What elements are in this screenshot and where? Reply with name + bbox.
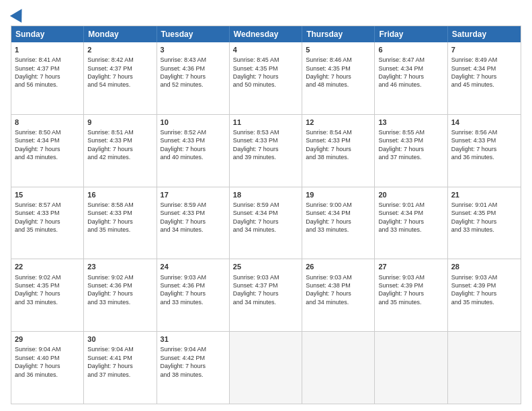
day-info: Sunrise: 9:01 AM Sunset: 4:35 PM Dayligh…	[451, 201, 498, 233]
calendar-day-2: 2Sunrise: 8:42 AM Sunset: 4:37 PM Daylig…	[84, 42, 157, 114]
calendar-day-6: 6Sunrise: 8:47 AM Sunset: 4:34 PM Daylig…	[375, 42, 447, 114]
calendar-day-16: 16Sunrise: 8:58 AM Sunset: 4:33 PM Dayli…	[84, 187, 157, 259]
day-number: 23	[87, 262, 152, 271]
day-info: Sunrise: 8:59 AM Sunset: 4:33 PM Dayligh…	[161, 201, 207, 233]
calendar-day-20: 20Sunrise: 9:01 AM Sunset: 4:34 PM Dayli…	[375, 187, 447, 259]
calendar-week-3: 15Sunrise: 8:57 AM Sunset: 4:33 PM Dayli…	[11, 187, 521, 259]
calendar-week-1: 1Sunrise: 8:41 AM Sunset: 4:37 PM Daylig…	[11, 42, 521, 114]
logo-triangle-icon	[10, 5, 28, 23]
calendar-day-30: 30Sunrise: 9:04 AM Sunset: 4:41 PM Dayli…	[84, 332, 157, 404]
day-info: Sunrise: 8:53 AM Sunset: 4:33 PM Dayligh…	[233, 129, 279, 161]
day-info: Sunrise: 8:55 AM Sunset: 4:33 PM Dayligh…	[378, 129, 425, 161]
day-info: Sunrise: 8:50 AM Sunset: 4:34 PM Dayligh…	[15, 129, 61, 161]
day-info: Sunrise: 9:03 AM Sunset: 4:39 PM Dayligh…	[451, 274, 498, 306]
day-number: 25	[233, 262, 298, 271]
day-number: 6	[378, 45, 443, 54]
day-info: Sunrise: 9:01 AM Sunset: 4:34 PM Dayligh…	[378, 201, 425, 233]
calendar-day-22: 22Sunrise: 9:02 AM Sunset: 4:35 PM Dayli…	[11, 259, 84, 331]
page: SundayMondayTuesdayWednesdayThursdayFrid…	[0, 0, 532, 411]
calendar-day-4: 4Sunrise: 8:45 AM Sunset: 4:35 PM Daylig…	[230, 42, 302, 114]
calendar-empty	[302, 332, 375, 404]
day-info: Sunrise: 8:59 AM Sunset: 4:34 PM Dayligh…	[233, 201, 279, 233]
calendar-day-3: 3Sunrise: 8:43 AM Sunset: 4:36 PM Daylig…	[157, 42, 230, 114]
day-number: 19	[306, 190, 371, 199]
day-info: Sunrise: 9:03 AM Sunset: 4:38 PM Dayligh…	[306, 274, 352, 306]
day-info: Sunrise: 8:46 AM Sunset: 4:35 PM Dayligh…	[306, 56, 352, 88]
calendar-header: SundayMondayTuesdayWednesdayThursdayFrid…	[11, 26, 521, 42]
day-number: 12	[306, 118, 371, 127]
day-info: Sunrise: 8:43 AM Sunset: 4:36 PM Dayligh…	[161, 56, 207, 88]
calendar-day-28: 28Sunrise: 9:03 AM Sunset: 4:39 PM Dayli…	[448, 259, 521, 331]
day-number: 13	[378, 118, 443, 127]
day-number: 15	[15, 190, 80, 199]
calendar-day-7: 7Sunrise: 8:49 AM Sunset: 4:34 PM Daylig…	[448, 42, 521, 114]
day-number: 22	[15, 262, 80, 271]
day-number: 29	[15, 334, 80, 344]
day-of-week-monday: Monday	[84, 26, 157, 42]
day-of-week-sunday: Sunday	[11, 26, 84, 42]
day-number: 10	[161, 118, 226, 127]
calendar-week-4: 22Sunrise: 9:02 AM Sunset: 4:35 PM Dayli…	[11, 259, 521, 331]
day-number: 3	[161, 45, 226, 54]
day-number: 18	[233, 190, 298, 199]
day-info: Sunrise: 9:03 AM Sunset: 4:37 PM Dayligh…	[233, 274, 279, 306]
day-info: Sunrise: 9:00 AM Sunset: 4:34 PM Dayligh…	[306, 201, 352, 233]
day-number: 27	[378, 262, 443, 271]
day-number: 14	[451, 118, 517, 127]
calendar-day-9: 9Sunrise: 8:51 AM Sunset: 4:33 PM Daylig…	[84, 115, 157, 187]
day-number: 1	[15, 45, 80, 54]
day-number: 16	[87, 190, 152, 199]
header	[11, 11, 521, 20]
calendar-day-13: 13Sunrise: 8:55 AM Sunset: 4:33 PM Dayli…	[375, 115, 447, 187]
day-info: Sunrise: 9:04 AM Sunset: 4:41 PM Dayligh…	[87, 346, 134, 377]
calendar-empty	[230, 332, 302, 404]
day-info: Sunrise: 8:47 AM Sunset: 4:34 PM Dayligh…	[378, 56, 425, 88]
calendar-week-2: 8Sunrise: 8:50 AM Sunset: 4:34 PM Daylig…	[11, 114, 521, 187]
calendar-day-1: 1Sunrise: 8:41 AM Sunset: 4:37 PM Daylig…	[11, 42, 84, 114]
day-info: Sunrise: 9:04 AM Sunset: 4:42 PM Dayligh…	[161, 346, 207, 377]
logo	[11, 11, 26, 20]
day-info: Sunrise: 9:03 AM Sunset: 4:36 PM Dayligh…	[161, 274, 207, 306]
calendar-body: 1Sunrise: 8:41 AM Sunset: 4:37 PM Daylig…	[11, 42, 521, 404]
day-info: Sunrise: 8:58 AM Sunset: 4:33 PM Dayligh…	[87, 201, 134, 233]
day-info: Sunrise: 9:03 AM Sunset: 4:39 PM Dayligh…	[378, 274, 425, 306]
calendar-week-5: 29Sunrise: 9:04 AM Sunset: 4:40 PM Dayli…	[11, 331, 521, 404]
calendar-day-10: 10Sunrise: 8:52 AM Sunset: 4:33 PM Dayli…	[157, 115, 230, 187]
calendar-day-11: 11Sunrise: 8:53 AM Sunset: 4:33 PM Dayli…	[230, 115, 302, 187]
calendar-day-19: 19Sunrise: 9:00 AM Sunset: 4:34 PM Dayli…	[302, 187, 375, 259]
calendar: SundayMondayTuesdayWednesdayThursdayFrid…	[11, 26, 521, 404]
calendar-day-12: 12Sunrise: 8:54 AM Sunset: 4:33 PM Dayli…	[302, 115, 375, 187]
calendar-day-5: 5Sunrise: 8:46 AM Sunset: 4:35 PM Daylig…	[302, 42, 375, 114]
day-number: 9	[87, 118, 152, 127]
calendar-day-15: 15Sunrise: 8:57 AM Sunset: 4:33 PM Dayli…	[11, 187, 84, 259]
day-of-week-thursday: Thursday	[302, 26, 375, 42]
calendar-day-18: 18Sunrise: 8:59 AM Sunset: 4:34 PM Dayli…	[230, 187, 302, 259]
day-number: 28	[451, 262, 517, 271]
day-number: 11	[233, 118, 298, 127]
calendar-day-23: 23Sunrise: 9:02 AM Sunset: 4:36 PM Dayli…	[84, 259, 157, 331]
calendar-empty	[375, 332, 447, 404]
day-number: 31	[161, 334, 226, 344]
day-of-week-wednesday: Wednesday	[230, 26, 302, 42]
day-info: Sunrise: 8:42 AM Sunset: 4:37 PM Dayligh…	[87, 56, 134, 88]
calendar-day-14: 14Sunrise: 8:56 AM Sunset: 4:33 PM Dayli…	[448, 115, 521, 187]
calendar-day-21: 21Sunrise: 9:01 AM Sunset: 4:35 PM Dayli…	[448, 187, 521, 259]
day-number: 4	[233, 45, 298, 54]
calendar-day-31: 31Sunrise: 9:04 AM Sunset: 4:42 PM Dayli…	[157, 332, 230, 404]
calendar-day-27: 27Sunrise: 9:03 AM Sunset: 4:39 PM Dayli…	[375, 259, 447, 331]
calendar-empty	[448, 332, 521, 404]
day-info: Sunrise: 8:54 AM Sunset: 4:33 PM Dayligh…	[306, 129, 352, 161]
day-number: 30	[87, 334, 152, 344]
day-of-week-tuesday: Tuesday	[157, 26, 230, 42]
day-info: Sunrise: 8:52 AM Sunset: 4:33 PM Dayligh…	[161, 129, 207, 161]
day-info: Sunrise: 9:02 AM Sunset: 4:35 PM Dayligh…	[15, 274, 61, 306]
day-number: 24	[161, 262, 226, 271]
day-number: 17	[161, 190, 226, 199]
day-number: 20	[378, 190, 443, 199]
day-info: Sunrise: 9:04 AM Sunset: 4:40 PM Dayligh…	[15, 346, 61, 377]
day-of-week-friday: Friday	[375, 26, 447, 42]
day-of-week-saturday: Saturday	[448, 26, 521, 42]
day-info: Sunrise: 8:56 AM Sunset: 4:33 PM Dayligh…	[451, 129, 498, 161]
day-number: 8	[15, 118, 80, 127]
day-number: 7	[451, 45, 517, 54]
